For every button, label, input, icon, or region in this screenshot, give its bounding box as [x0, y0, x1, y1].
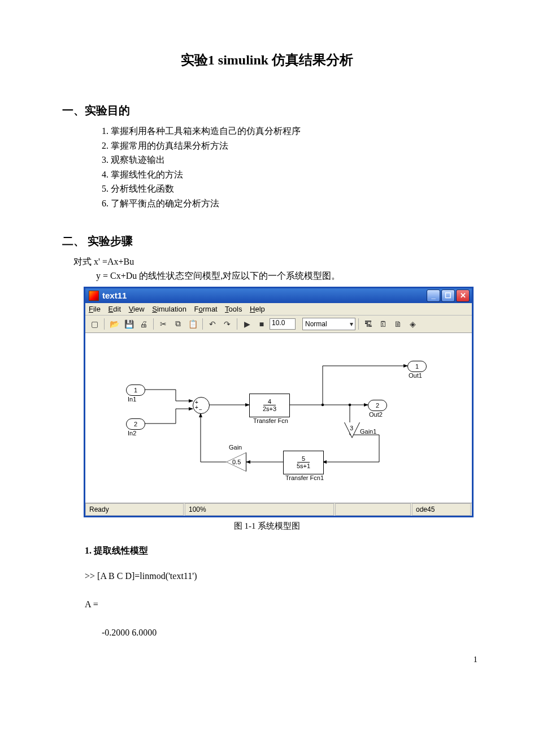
in2-label: In2: [128, 430, 136, 437]
stop-time-field[interactable]: 10.0: [270, 318, 296, 330]
section1-heading: 一、实验目的: [62, 103, 472, 118]
equation-line: y = Cx+Du 的线性状态空间模型,对应以下的一个系统模型图。: [96, 269, 472, 283]
list-item: 4. 掌握线性化的方法: [102, 167, 472, 182]
menu-edit[interactable]: Edit: [108, 305, 121, 313]
open-icon[interactable]: 📂: [107, 317, 121, 331]
simulink-window: text11 _ ☐ ✕ File Edit View Simulation F…: [84, 287, 474, 517]
matlab-output: >> [A B C D]=linmod('text11') A = -0.200…: [85, 567, 472, 642]
out1-port[interactable]: 1: [407, 361, 427, 372]
svg-point-1: [349, 403, 351, 406]
page-number: 1: [474, 655, 478, 664]
mode-label: Normal: [305, 320, 327, 328]
objectives-list: 1. 掌握利用各种工具箱来构造自己的仿真分析程序 2. 掌握常用的仿真结果分析方…: [102, 124, 472, 211]
toolbar-icon[interactable]: 🏗: [362, 317, 375, 331]
tf-numerator: 4: [263, 398, 276, 405]
tf1-label: Transfer Fcn1: [283, 474, 326, 481]
toolbar-icon[interactable]: ◈: [406, 317, 419, 331]
menu-view[interactable]: View: [129, 305, 145, 313]
copy-icon[interactable]: ⧉: [171, 317, 185, 331]
new-icon[interactable]: ▢: [88, 317, 101, 331]
mode-select[interactable]: Normal: [302, 318, 355, 330]
section2-heading: 二、 实验步骤: [62, 234, 472, 249]
app-icon: [89, 291, 99, 301]
paste-icon[interactable]: 📋: [186, 317, 199, 331]
tf-label: Transfer Fcn: [251, 417, 290, 424]
status-zoom: 100%: [185, 503, 334, 516]
subsection-heading: 1. 提取线性模型: [85, 545, 472, 557]
redo-icon[interactable]: ↷: [220, 317, 234, 331]
print-icon[interactable]: 🖨: [137, 317, 150, 331]
list-item: 5. 分析线性化函数: [102, 182, 472, 196]
port-number: 1: [134, 387, 137, 394]
out1-label: Out1: [409, 372, 422, 379]
undo-icon[interactable]: ↶: [206, 317, 219, 331]
menu-file[interactable]: File: [89, 305, 101, 313]
code-line: -0.2000 6.0000: [102, 624, 472, 642]
gain1-value: 3: [350, 425, 353, 431]
list-item: 3. 观察轨迹输出: [102, 153, 472, 167]
equation-block: 对式 x' =Ax+Bu y = Cx+Du 的线性状态空间模型,对应以下的一个…: [73, 254, 472, 283]
code-line: A =: [85, 595, 472, 614]
toolbar-icon[interactable]: 🗎: [391, 317, 405, 331]
gain-value: 0.5: [232, 459, 241, 465]
save-icon[interactable]: 💾: [122, 317, 136, 331]
sum-block[interactable]: + + −: [193, 397, 210, 414]
model-canvas[interactable]: 1 In1 2 In2 + + − 4 2s+3 Transfer Fcn: [85, 333, 472, 503]
window-title: text11: [102, 291, 127, 300]
figure-caption: 图 1-1 系统模型图: [62, 521, 472, 532]
window-titlebar[interactable]: text11 _ ☐ ✕: [85, 288, 472, 303]
status-ready: Ready: [85, 503, 184, 516]
toolbar-icon[interactable]: 🗓: [376, 317, 390, 331]
list-item: 6. 了解平衡点的确定分析方法: [102, 196, 472, 211]
tf1-numerator: 5: [297, 455, 310, 463]
menubar: File Edit View Simulation Format Tools H…: [85, 303, 472, 316]
svg-point-0: [322, 403, 324, 406]
cut-icon[interactable]: ✂: [157, 317, 170, 331]
port-number: 1: [415, 363, 419, 370]
in2-port[interactable]: 2: [126, 418, 145, 430]
page-title: 实验1 simulink 仿真结果分析: [62, 51, 472, 69]
port-number: 2: [376, 402, 379, 409]
minimize-button[interactable]: _: [427, 290, 440, 302]
maximize-button[interactable]: ☐: [441, 290, 455, 302]
statusbar: Ready 100% ode45: [85, 503, 472, 516]
stop-icon[interactable]: ■: [255, 317, 268, 331]
in1-port[interactable]: 1: [126, 385, 145, 396]
list-item: 2. 掌握常用的仿真结果分析方法: [102, 139, 472, 153]
menu-format[interactable]: Format: [194, 305, 218, 313]
menu-simulation[interactable]: Simulation: [152, 305, 186, 313]
status-blank: [335, 503, 411, 516]
list-item: 1. 掌握利用各种工具箱来构造自己的仿真分析程序: [102, 124, 472, 139]
status-solver: ode45: [412, 503, 471, 516]
out2-port[interactable]: 2: [368, 400, 387, 411]
tf-denominator: 2s+3: [259, 405, 280, 412]
code-line: >> [A B C D]=linmod('text11'): [85, 567, 472, 585]
port-number: 2: [134, 421, 137, 427]
menu-tools[interactable]: Tools: [225, 305, 242, 313]
tf1-denominator: 5s+1: [293, 463, 314, 469]
gain-label: Gain: [229, 444, 242, 451]
gain1-label: Gain1: [360, 428, 376, 435]
out2-label: Out2: [369, 411, 383, 418]
close-button[interactable]: ✕: [456, 290, 470, 302]
menu-help[interactable]: Help: [250, 305, 265, 313]
equation-line: 对式 x' =Ax+Bu: [73, 254, 472, 269]
transfer-fcn1-block[interactable]: 5 5s+1: [283, 451, 324, 474]
toolbar: ▢ 📂 💾 🖨 ✂ ⧉ 📋 ↶ ↷ ▶ ■ 10.0 Normal 🏗: [85, 316, 472, 333]
in1-label: In1: [128, 396, 136, 403]
transfer-fcn-block[interactable]: 4 2s+3: [249, 394, 290, 417]
play-icon[interactable]: ▶: [240, 317, 254, 331]
